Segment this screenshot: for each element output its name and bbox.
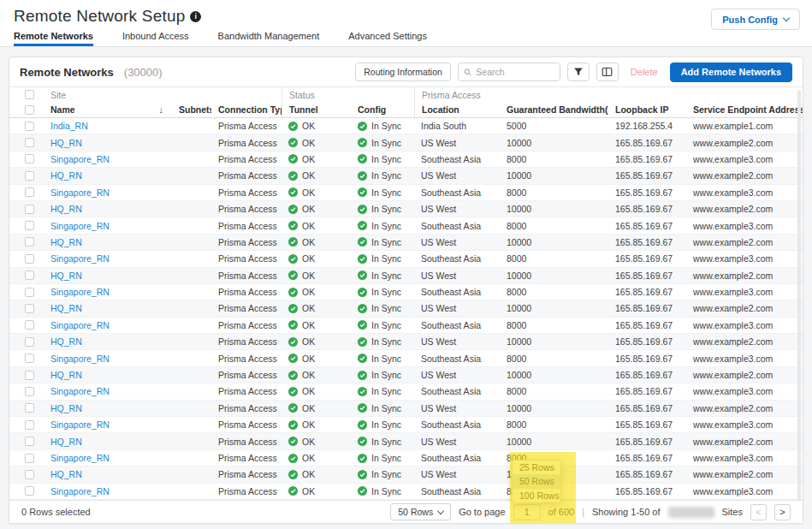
previous-page-button[interactable]: < <box>750 504 767 520</box>
row-checkbox[interactable] <box>25 320 34 330</box>
site-name-link[interactable]: Singapore_RN <box>50 253 110 264</box>
delete-button[interactable]: Delete <box>625 67 663 77</box>
filter-button[interactable] <box>567 62 590 81</box>
table-row[interactable]: HQ_RN Prisma Access OK In Sync US West 1… <box>9 300 803 317</box>
site-name-link[interactable]: Singapore_RN <box>50 386 110 396</box>
tab-advanced-settings[interactable]: Advanced Settings <box>348 31 427 46</box>
search-input[interactable] <box>476 67 554 77</box>
routing-information-button[interactable]: Routing Information <box>355 62 451 81</box>
site-name-link[interactable]: HQ_RN <box>50 437 82 447</box>
column-loopback-ip[interactable]: Loopback IP <box>608 102 686 117</box>
site-name-link[interactable]: HQ_RN <box>50 170 82 181</box>
table-row[interactable]: Singapore_RN Prisma Access OK In Sync So… <box>9 318 803 334</box>
page-size-dropdown[interactable]: 50 Rows <box>390 503 451 520</box>
column-endpoint[interactable]: Service Endpoint Address <box>686 102 803 117</box>
row-checkbox[interactable] <box>25 337 34 347</box>
table-row[interactable]: Singapore_RN Prisma Access OK In Sync So… <box>9 417 803 433</box>
column-name[interactable]: Name ↓ <box>44 102 172 117</box>
columns-button[interactable] <box>596 62 619 81</box>
site-name-link[interactable]: India_RN <box>50 121 88 131</box>
row-checkbox[interactable] <box>25 454 34 463</box>
tab-inbound-access[interactable]: Inbound Access <box>122 31 189 46</box>
row-checkbox[interactable] <box>25 387 34 396</box>
table-row[interactable]: Singapore_RN Prisma Access OK In Sync So… <box>9 350 803 366</box>
row-checkbox[interactable] <box>25 138 34 147</box>
page-size-option[interactable]: 25 Rows <box>513 461 560 474</box>
row-checkbox[interactable] <box>25 237 34 247</box>
table-row[interactable]: HQ_RN Prisma Access OK In Sync US West 1… <box>9 201 803 217</box>
table-row[interactable]: HQ_RN Prisma Access OK In Sync US West 1… <box>9 334 803 350</box>
site-name-link[interactable]: HQ_RN <box>50 370 82 380</box>
site-name-link[interactable]: Singapore_RN <box>50 453 110 463</box>
site-name-link[interactable]: HQ_RN <box>50 403 82 413</box>
page-size-option[interactable]: 100 Rows <box>513 489 560 502</box>
column-connection-type[interactable]: Connection Type <box>211 102 282 117</box>
row-checkbox[interactable] <box>25 371 34 380</box>
sort-descending-icon[interactable]: ↓ <box>159 104 164 115</box>
next-page-button[interactable]: > <box>774 504 791 520</box>
page-number-input[interactable] <box>513 504 541 520</box>
table-row[interactable]: HQ_RN Prisma Access OK In Sync US West 1… <box>9 433 803 449</box>
column-bandwidth[interactable]: Guaranteed Bandwidth(Mbps) <box>500 102 608 117</box>
search-box[interactable] <box>458 62 560 81</box>
info-icon[interactable]: i <box>190 11 201 22</box>
table-row[interactable]: Singapore_RN Prisma Access OK In Sync So… <box>9 383 803 400</box>
table-row[interactable]: HQ_RN Prisma Access OK In Sync US West 1… <box>9 235 803 251</box>
table-row[interactable]: HQ_RN Prisma Access OK In Sync US West 1… <box>9 367 803 383</box>
table-row[interactable]: Singapore_RN Prisma Access OK In Sync So… <box>9 251 803 267</box>
site-name-link[interactable]: HQ_RN <box>50 469 82 479</box>
group-header-checkbox[interactable] <box>25 90 34 99</box>
select-all-checkbox[interactable] <box>25 105 34 115</box>
row-checkbox[interactable] <box>25 270 34 280</box>
row-checkbox[interactable] <box>25 470 34 479</box>
table-row[interactable]: Singapore_RN Prisma Access OK In Sync So… <box>9 284 803 300</box>
table-row[interactable]: HQ_RN Prisma Access OK In Sync US West 1… <box>9 168 803 184</box>
column-tunnel[interactable]: Tunnel <box>282 102 351 117</box>
site-name-link[interactable]: Singapore_RN <box>50 187 110 198</box>
column-config[interactable]: Config <box>351 102 414 117</box>
site-name-link[interactable]: Singapore_RN <box>50 320 110 330</box>
site-name-link[interactable]: HQ_RN <box>50 204 82 214</box>
table-row[interactable]: Singapore_RN Prisma Access OK In Sync So… <box>9 484 803 500</box>
table-row[interactable]: HQ_RN Prisma Access OK In Sync US West 1… <box>9 134 803 151</box>
table-row[interactable]: HQ_RN Prisma Access OK In Sync US West 1… <box>9 467 803 483</box>
site-name-link[interactable]: HQ_RN <box>50 270 82 281</box>
row-checkbox[interactable] <box>25 354 34 363</box>
add-remote-networks-button[interactable]: Add Remote Networks <box>670 62 792 82</box>
row-checkbox[interactable] <box>25 221 34 230</box>
row-checkbox[interactable] <box>25 122 34 131</box>
column-subnets[interactable]: Subnets <box>172 102 211 117</box>
site-name-link[interactable]: Singapore_RN <box>50 486 110 496</box>
row-checkbox[interactable] <box>25 254 34 264</box>
row-checkbox[interactable] <box>25 437 34 446</box>
site-name-link[interactable]: Singapore_RN <box>50 354 110 364</box>
table-row[interactable]: Singapore_RN Prisma Access OK In Sync So… <box>9 185 803 201</box>
table-row[interactable]: Singapore_RN Prisma Access OK In Sync So… <box>9 217 803 234</box>
site-name-link[interactable]: Singapore_RN <box>50 419 110 430</box>
row-checkbox[interactable] <box>25 288 34 297</box>
tab-bandwidth-management[interactable]: Bandwidth Management <box>218 31 320 46</box>
vertical-scrollbar[interactable] <box>797 90 801 501</box>
table-row[interactable]: Singapore_RN Prisma Access OK In Sync So… <box>9 450 803 467</box>
site-name-link[interactable]: HQ_RN <box>50 303 82 313</box>
site-name-link[interactable]: HQ_RN <box>50 336 82 347</box>
site-name-link[interactable]: Singapore_RN <box>50 287 110 297</box>
row-checkbox[interactable] <box>25 420 34 430</box>
site-name-link[interactable]: Singapore_RN <box>50 154 110 164</box>
page-size-option[interactable]: 50 Rows <box>513 474 560 488</box>
table-row[interactable]: India_RN Prisma Access OK In Sync India … <box>9 118 803 134</box>
row-checkbox[interactable] <box>25 304 34 313</box>
row-checkbox[interactable] <box>25 187 34 197</box>
column-location[interactable]: Location <box>414 102 500 117</box>
row-checkbox[interactable] <box>25 154 34 163</box>
row-checkbox[interactable] <box>25 486 34 496</box>
table-row[interactable]: HQ_RN Prisma Access OK In Sync US West 1… <box>9 268 803 284</box>
table-row[interactable]: HQ_RN Prisma Access OK In Sync US West 1… <box>9 401 803 417</box>
site-name-link[interactable]: HQ_RN <box>50 237 82 247</box>
row-checkbox[interactable] <box>25 403 34 413</box>
site-name-link[interactable]: HQ_RN <box>50 138 82 148</box>
row-checkbox[interactable] <box>25 205 34 214</box>
row-checkbox[interactable] <box>25 171 34 181</box>
push-config-button[interactable]: Push Config <box>711 9 800 30</box>
site-name-link[interactable]: Singapore_RN <box>50 221 110 231</box>
